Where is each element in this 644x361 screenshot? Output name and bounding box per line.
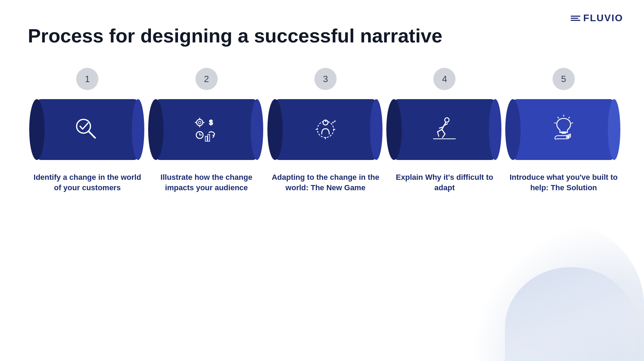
step-2-body: $: [156, 99, 257, 160]
step-4-body: [394, 99, 495, 160]
svg-rect-12: [205, 136, 207, 141]
step-2-label: Illustrate how the change impacts your a…: [147, 172, 266, 193]
steps-container: 1 Identify a change in the world of your…: [28, 68, 623, 193]
search-check-icon: [72, 114, 103, 145]
step-2: 2 $: [147, 68, 266, 193]
step-1-cap-right: [132, 99, 144, 160]
logo-wave-1: [571, 16, 580, 17]
step-1-number: 1: [76, 68, 98, 90]
lightbulb-hand-icon: [548, 114, 579, 145]
gears-money-icon: $: [191, 114, 222, 145]
logo: FLUVIO: [571, 13, 623, 24]
logo-text: FLUVIO: [583, 13, 623, 24]
step-5-cylinder: [504, 96, 623, 162]
svg-line-29: [569, 117, 570, 118]
step-4-number: 4: [433, 68, 456, 90]
step-5-label: Introduce what you've built to help: The…: [504, 172, 623, 193]
step-5-body: [513, 99, 614, 160]
svg-point-15: [317, 121, 334, 138]
step-1-cap-left: [29, 99, 45, 160]
step-4-cap-right: [489, 99, 501, 160]
step-5: 5: [504, 68, 623, 193]
step-2-cylinder: $: [147, 96, 266, 162]
step-1: 1 Identify a change in the world of your…: [28, 68, 147, 193]
logo-wave-3: [571, 20, 580, 21]
step-3-cap-left: [267, 99, 283, 160]
svg-text:$: $: [209, 119, 213, 126]
svg-line-32: [555, 123, 556, 123]
step-2-cap-right: [251, 99, 263, 160]
svg-line-30: [558, 117, 559, 118]
step-1-cylinder: [28, 96, 147, 162]
svg-line-31: [571, 123, 573, 123]
step-3-body: [275, 99, 376, 160]
svg-line-1: [89, 131, 95, 138]
svg-point-3: [198, 121, 201, 124]
logo-waves-icon: [571, 16, 580, 21]
step-2-cap-left: [148, 99, 163, 160]
person-running-icon: [429, 114, 460, 145]
target-gear-icon: [310, 114, 341, 145]
svg-point-24: [445, 118, 449, 122]
step-5-number: 5: [553, 68, 575, 90]
step-5-cap-left: [505, 99, 521, 160]
logo-wave-2: [571, 18, 578, 19]
step-3-cap-right: [370, 99, 383, 160]
step-3-label: Adapting to the change in the world: The…: [266, 172, 385, 193]
step-3-cylinder: [266, 96, 385, 162]
step-5-cap-right: [608, 99, 620, 160]
step-4: 4: [385, 68, 504, 193]
step-2-number: 2: [195, 68, 218, 90]
svg-rect-13: [208, 134, 209, 141]
step-4-label: Explain Why it's difficult to adapt: [385, 172, 504, 193]
step-3-number: 3: [314, 68, 337, 90]
step-1-label: Identify a change in the world of your c…: [28, 172, 147, 193]
step-4-cylinder: [385, 96, 504, 162]
step-1-body: [37, 99, 138, 160]
step-3: 3: [266, 68, 385, 193]
page-title: Process for designing a successful narra…: [28, 24, 442, 47]
step-4-cap-left: [386, 99, 402, 160]
svg-point-2: [196, 119, 203, 126]
